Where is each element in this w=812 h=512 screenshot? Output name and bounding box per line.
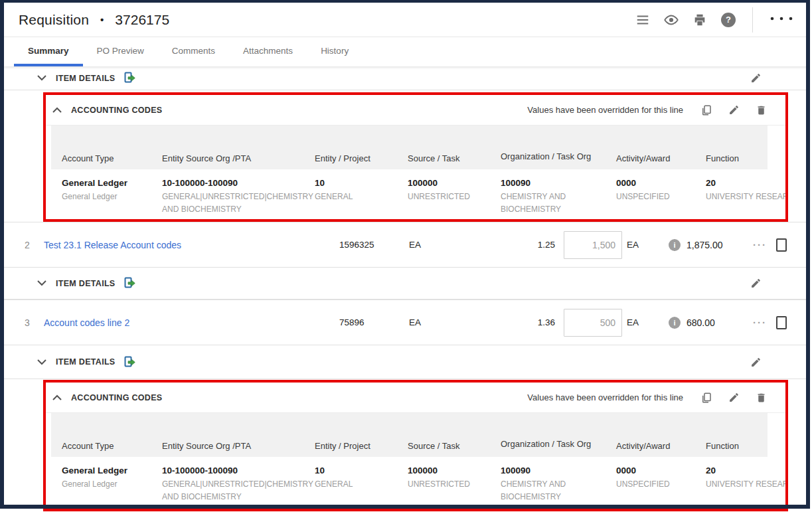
edit-pencil-icon[interactable]	[750, 72, 762, 84]
organization-task-org-value: 100090	[501, 177, 600, 190]
col-function: Function	[695, 441, 768, 457]
col-organization-task-org-label: Organization / Task Org	[501, 438, 591, 451]
col-entity-source-org-pta: Entity Source Org /PTA	[151, 441, 304, 457]
toolbar-divider	[752, 7, 753, 33]
copy-icon[interactable]	[700, 392, 712, 404]
tab-history[interactable]: History	[307, 37, 363, 66]
override-note: Values have been overridden for this lin…	[527, 392, 683, 402]
delete-trash-icon[interactable]	[756, 392, 767, 404]
chevron-down-icon[interactable]	[36, 278, 48, 290]
item-details-toggle-row[interactable]: ITEM DETAILS	[4, 268, 808, 299]
edit-pencil-icon[interactable]	[728, 104, 740, 116]
accounting-actions: Values have been overridden for this lin…	[527, 104, 767, 116]
export-document-icon[interactable]	[123, 72, 136, 84]
export-document-icon[interactable]	[123, 356, 136, 369]
page-title: Requisition	[19, 12, 89, 28]
accounting-codes-table: Account Type Entity Source Org /PTA Enti…	[51, 126, 768, 215]
product-name-link[interactable]: Test 23.1 Release Account codes	[44, 240, 339, 250]
info-icon[interactable]: i	[669, 239, 681, 251]
accounting-codes-header: ACCOUNTING CODES Values have been overri…	[46, 383, 785, 413]
line-number: 3	[25, 317, 44, 328]
edit-pencil-icon[interactable]	[750, 278, 762, 289]
tab-po-preview[interactable]: PO Preview	[83, 37, 158, 66]
cell-organization-task-org: 100090 CHEMISTRY AND BIOCHEMISTRY	[490, 457, 606, 503]
menu-icon[interactable]	[633, 10, 653, 30]
accounting-codes-label: ACCOUNTING CODES	[71, 106, 162, 115]
col-source-task: Source / Task	[397, 153, 490, 169]
cell-function: 20 UNIVERSITY RESEARCH	[695, 457, 768, 491]
item-details-label: ITEM DETAILS	[56, 279, 115, 288]
delete-trash-icon[interactable]	[756, 104, 767, 116]
line-checkbox[interactable]	[776, 316, 787, 329]
more-actions-icon[interactable]	[767, 11, 801, 29]
accounting-table-header: Account Type Entity Source Org /PTA Enti…	[51, 126, 768, 169]
entity-source-org-pta-desc: GENERAL|UNRESTRICTED|CHEMISTRY AND BIOCH…	[162, 191, 299, 215]
line-item-row: 3 Account codes line 2 75896 EA 1.36 EA …	[4, 299, 808, 345]
line-checkbox[interactable]	[776, 238, 787, 252]
size-packaging: EA	[409, 240, 489, 250]
organization-task-org-desc: CHEMISTRY AND BIOCHEMISTRY	[501, 191, 600, 215]
chevron-up-icon[interactable]	[51, 392, 63, 404]
tab-comments[interactable]: Comments	[158, 37, 229, 66]
col-organization-task-org: Organization / Task Org	[490, 438, 606, 457]
accounting-table-row: General Ledger General Ledger 10-100000-…	[51, 457, 768, 503]
entity-source-org-pta-value: 10-100000-100090	[162, 464, 299, 477]
ext-price: 680.00	[687, 317, 715, 328]
source-task-desc: UNRESTRICTED	[408, 478, 485, 491]
activity-award-value: 0000	[616, 177, 690, 190]
line-menu-icon[interactable]: ···	[753, 317, 767, 328]
quantity-uom: EA	[627, 317, 639, 327]
eye-icon[interactable]	[661, 10, 681, 30]
account-type-desc: General Ledger	[62, 191, 146, 203]
top-bar-actions: ?	[633, 7, 801, 33]
info-icon[interactable]: i	[669, 317, 681, 329]
quantity-input[interactable]	[564, 309, 622, 337]
entity-project-value: 10	[315, 464, 392, 477]
catalog-number: 1596325	[339, 240, 409, 250]
document-title-group: Requisition • 3726175	[19, 12, 169, 28]
col-function: Function	[695, 153, 768, 169]
account-type-value: General Ledger	[62, 464, 146, 477]
account-type-value: General Ledger	[62, 177, 146, 190]
tab-attachments[interactable]: Attachments	[229, 37, 307, 66]
ext-price-group: i 1,875.00	[669, 239, 753, 251]
tab-bar: Summary PO Preview Comments Attachments …	[4, 37, 808, 66]
item-details-toggle-row[interactable]: ITEM DETAILS	[4, 66, 808, 90]
edit-pencil-icon[interactable]	[750, 357, 762, 368]
item-details-toggle-row[interactable]: ITEM DETAILS	[4, 345, 808, 379]
source-task-value: 100000	[408, 177, 485, 190]
cell-account-type: General Ledger General Ledger	[51, 169, 151, 203]
help-icon[interactable]: ?	[718, 10, 738, 30]
export-document-icon[interactable]	[123, 277, 136, 290]
activity-award-value: 0000	[616, 464, 690, 477]
tab-summary[interactable]: Summary	[14, 37, 83, 66]
cell-source-task: 100000 UNRESTRICTED	[397, 457, 490, 491]
col-entity-project: Entity / Project	[304, 153, 397, 169]
line-menu-icon[interactable]: ···	[753, 239, 767, 250]
col-account-type: Account Type	[51, 153, 151, 169]
chevron-down-icon[interactable]	[36, 72, 48, 84]
catalog-number: 75896	[339, 317, 409, 327]
ext-price: 1,875.00	[687, 240, 723, 250]
account-type-desc: General Ledger	[62, 478, 146, 491]
requisition-page: Requisition • 3726175 ? Summary PO	[0, 0, 812, 512]
quantity-input[interactable]	[564, 231, 622, 259]
entity-project-desc: GENERAL	[315, 478, 392, 491]
entity-project-value: 10	[315, 177, 392, 190]
function-value: 20	[706, 177, 762, 190]
col-source-task: Source / Task	[397, 441, 490, 457]
chevron-down-icon[interactable]	[36, 356, 48, 368]
copy-icon[interactable]	[700, 104, 712, 116]
line-item-row: 2 Test 23.1 Release Account codes 159632…	[4, 222, 808, 268]
print-icon[interactable]	[690, 10, 710, 30]
cell-entity-project: 10 GENERAL	[304, 169, 397, 203]
product-name-link[interactable]: Account codes line 2	[44, 317, 339, 328]
document-number: 3726175	[115, 12, 169, 28]
edit-pencil-icon[interactable]	[728, 392, 740, 403]
accounting-table-header: Account Type Entity Source Org /PTA Enti…	[51, 413, 768, 457]
accounting-codes-label: ACCOUNTING CODES	[71, 393, 162, 402]
accounting-codes-table: Account Type Entity Source Org /PTA Enti…	[51, 413, 768, 503]
chevron-up-icon[interactable]	[51, 104, 63, 116]
function-desc: UNIVERSITY RESEARCH	[706, 478, 762, 491]
quantity-uom: EA	[627, 240, 639, 250]
